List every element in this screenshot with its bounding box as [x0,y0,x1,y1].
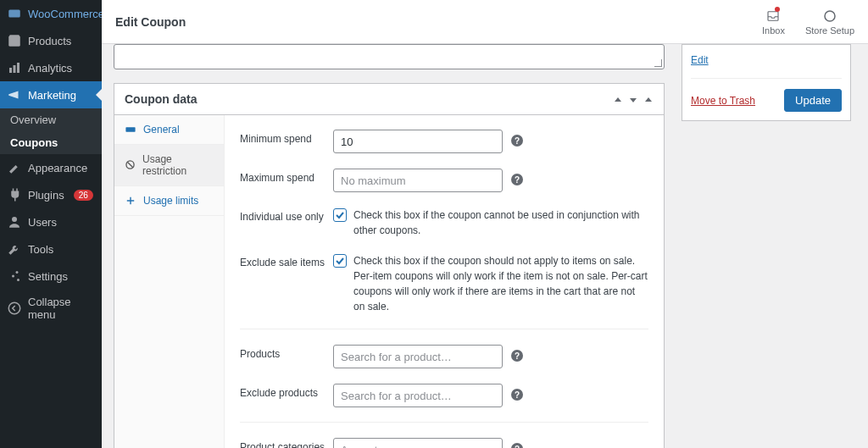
update-badge: 26 [74,190,93,201]
maximum-spend-input[interactable] [333,169,503,192]
topbar: Edit Coupon Inbox Store Setup [102,0,868,44]
collapse-menu[interactable]: Collapse menu [0,290,102,327]
sidebar-item-label: Plugins [28,189,64,202]
exclude-sale-desc: Check this box if the coupon should not … [353,253,648,314]
sidebar-item-tools[interactable]: Tools [0,235,102,263]
exclude-products-label: Exclude products [240,384,333,399]
sidebar-item-label: Collapse menu [28,296,95,321]
svg-rect-11 [125,127,135,132]
svg-point-6 [12,275,14,278]
admin-sidebar: WooCommerce Products Analytics Marketing… [0,0,102,448]
svg-rect-0 [8,10,20,18]
progress-icon [822,8,837,24]
sidebar-item-label: WooCommerce [28,8,102,20]
coupon-data-panel: Coupon data General [114,83,665,448]
sidebar-item-label: Tools [28,243,53,256]
sidebar-item-marketing[interactable]: Marketing [0,81,102,108]
tab-label: Usage limits [143,195,198,207]
panel-toggle[interactable] [643,94,654,104]
main-content: Edit Coupon Inbox Store Setup Coupon [102,0,868,448]
tab-label: Usage restriction [142,153,214,177]
maximum-spend-label: Maximum spend [240,169,333,184]
store-setup-button[interactable]: Store Setup [805,8,854,36]
sliders-icon [7,268,22,284]
store-setup-label: Store Setup [805,25,854,36]
sidebar-item-label: Appearance [28,162,87,174]
ticket-icon [125,124,136,136]
megaphone-icon [7,87,22,102]
ban-icon [125,159,136,171]
product-categories-select[interactable]: Any category [333,438,503,448]
help-icon[interactable]: ? [511,443,523,448]
coupon-description-textarea[interactable] [114,44,665,69]
sidebar-item-users[interactable]: Users [0,208,102,235]
svg-point-7 [17,279,19,281]
help-icon[interactable]: ? [511,389,523,401]
sidebar-item-products[interactable]: Products [0,27,102,54]
tab-usage-limits[interactable]: Usage limits [114,186,224,216]
help-icon[interactable]: ? [511,350,523,362]
panel-move-down[interactable] [628,94,638,104]
sidebar-item-analytics[interactable]: Analytics [0,54,102,81]
products-select[interactable]: Search for a product… [333,345,503,368]
archive-icon [7,33,22,48]
sidebar-sub-overview[interactable]: Overview [0,108,102,131]
svg-rect-2 [14,65,16,73]
notification-dot [775,7,780,12]
brush-icon [7,160,22,175]
individual-use-desc: Check this box if the coupon cannot be u… [353,207,648,238]
products-label: Products [240,345,333,360]
tab-usage-restriction[interactable]: Usage restriction [114,145,224,186]
svg-point-5 [16,271,19,274]
svg-point-4 [12,217,17,222]
minimum-spend-input[interactable] [333,130,503,153]
exclude-sale-label: Exclude sale items [240,253,333,268]
sidebar-item-label: Users [28,216,57,229]
svg-rect-1 [9,68,12,73]
woocommerce-icon [7,6,22,21]
svg-rect-9 [768,11,778,20]
individual-use-checkbox[interactable] [333,208,347,222]
help-icon[interactable]: ? [511,174,523,185]
inbox-button[interactable]: Inbox [762,8,785,36]
svg-point-8 [8,302,20,314]
page-title: Edit Coupon [115,15,186,29]
publish-box: Edit Move to Trash Update [682,44,851,121]
sidebar-item-woocommerce[interactable]: WooCommerce [0,0,102,27]
minimum-spend-label: Minimum spend [240,130,333,145]
sidebar-item-label: Settings [28,270,68,283]
exclude-sale-checkbox[interactable] [333,254,347,268]
plug-icon [7,187,22,202]
panel-move-up[interactable] [613,94,623,104]
panel-title: Coupon data [125,92,198,106]
collapse-icon [7,301,22,316]
sidebar-item-label: Products [28,35,71,47]
move-to-trash-link[interactable]: Move to Trash [691,95,755,107]
tab-general[interactable]: General [114,115,224,145]
sidebar-item-settings[interactable]: Settings [0,263,102,290]
sidebar-item-label: Analytics [28,62,72,75]
edit-link[interactable]: Edit [691,54,709,66]
plus-icon [125,195,136,207]
user-icon [7,214,22,230]
tab-label: General [143,124,180,136]
svg-rect-3 [17,63,19,73]
wrench-icon [7,241,22,257]
individual-use-label: Individual use only [240,207,333,223]
product-categories-label: Product categories [240,438,333,448]
update-button[interactable]: Update [784,89,842,112]
sidebar-item-label: Marketing [28,89,76,102]
sidebar-item-appearance[interactable]: Appearance [0,154,102,181]
help-icon[interactable]: ? [511,135,523,147]
inbox-label: Inbox [762,25,785,36]
exclude-products-select[interactable]: Search for a product… [333,384,503,407]
chart-icon [7,60,22,75]
sidebar-sub-coupons[interactable]: Coupons [0,131,102,154]
svg-point-10 [825,11,835,21]
sidebar-item-plugins[interactable]: Plugins 26 [0,181,102,208]
